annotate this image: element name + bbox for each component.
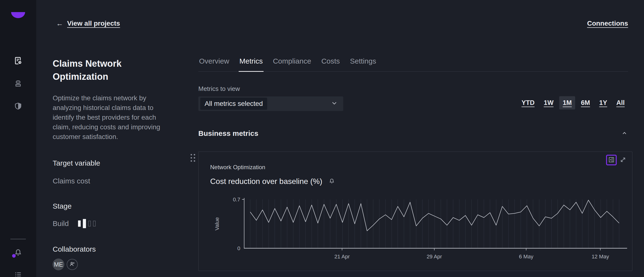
content: Claims Network Optimization Optimize the… xyxy=(53,57,628,271)
chart-card-subtitle: Network Optimization xyxy=(210,164,632,171)
hourglass-logo[interactable] xyxy=(11,12,25,26)
chart-card-actions xyxy=(606,155,626,165)
sidebar-item-list[interactable] xyxy=(14,271,22,277)
stage-row: Build xyxy=(53,219,166,228)
chart-card-row: Network Optimization Cost reduction over… xyxy=(198,152,628,271)
sidebar-item-projects[interactable] xyxy=(14,57,22,65)
sidebar-item-agents[interactable] xyxy=(14,79,22,88)
tab-compliance[interactable]: Compliance xyxy=(272,57,312,71)
stage-bar-1 xyxy=(78,220,81,227)
open-side-panel-icon xyxy=(608,157,614,164)
stage-value: Build xyxy=(53,219,69,228)
stage-bar-2 xyxy=(83,219,86,228)
sidebar-nav xyxy=(14,57,22,111)
list-icon xyxy=(14,271,22,277)
metric-chart-svg: 0.70Value21 Apr29 Apr6 May12 May xyxy=(198,190,632,265)
target-variable-value: Claims cost xyxy=(53,177,166,185)
person-plus-icon xyxy=(69,261,75,268)
tab-costs[interactable]: Costs xyxy=(320,57,340,71)
chevron-down-icon xyxy=(331,100,338,108)
drag-grip-dots[interactable] xyxy=(190,154,195,162)
main-area: ← View all projects Connections Claims N… xyxy=(36,0,644,277)
svg-text:29 Apr: 29 Apr xyxy=(426,253,442,259)
chart-card: Network Optimization Cost reduction over… xyxy=(198,152,632,271)
project-doc-clock-icon xyxy=(14,56,22,66)
svg-text:12 May: 12 May xyxy=(592,253,609,259)
metrics-dropdown[interactable]: All metrics selected xyxy=(198,96,343,111)
collaborators-row: ME xyxy=(53,259,166,270)
svg-text:Value: Value xyxy=(214,217,220,231)
project-description: Optimize the claims network by analyzing… xyxy=(53,93,166,142)
svg-text:6 May: 6 May xyxy=(519,253,533,259)
expand-chart-button[interactable] xyxy=(620,156,626,164)
stage-bar-4 xyxy=(93,221,96,226)
back-link-label: View all projects xyxy=(67,20,120,27)
metric-select-group: Metrics to view All metrics selected xyxy=(198,85,343,111)
topbar: ← View all projects Connections xyxy=(53,18,628,29)
app-root: ← View all projects Connections Claims N… xyxy=(0,0,644,277)
tab-metrics[interactable]: Metrics xyxy=(239,57,264,71)
time-range-1m[interactable]: 1M xyxy=(559,96,575,110)
chart-card-title: Cost reduction over baseline (%) xyxy=(210,177,322,186)
time-range-group: YTD1W1M6M1YAll xyxy=(518,96,628,110)
stage-progress xyxy=(78,219,96,228)
avatar[interactable]: ME xyxy=(53,259,64,270)
sidebar xyxy=(0,0,36,277)
sidebar-item-security[interactable] xyxy=(14,102,22,111)
svg-text:0.7: 0.7 xyxy=(233,196,240,202)
time-range-6m[interactable]: 6M xyxy=(578,96,594,110)
time-range-1y[interactable]: 1Y xyxy=(596,96,610,110)
target-variable-label: Target variable xyxy=(53,159,166,167)
project-panel: Claims Network Optimization Optimize the… xyxy=(53,57,166,271)
open-side-panel-button[interactable] xyxy=(606,155,617,165)
back-to-projects-link[interactable]: ← View all projects xyxy=(56,19,120,28)
collaborators-label: Collaborators xyxy=(53,245,166,253)
svg-text:21 Apr: 21 Apr xyxy=(334,253,350,259)
time-range-ytd[interactable]: YTD xyxy=(518,96,538,110)
metrics-panel: OverviewMetricsComplianceCostsSettings M… xyxy=(198,57,628,271)
controls-row: Metrics to view All metrics selected YTD… xyxy=(198,85,628,111)
business-metrics-title: Business metrics xyxy=(198,129,258,138)
notification-dot xyxy=(12,254,16,258)
add-collaborator-button[interactable] xyxy=(67,259,78,270)
business-metrics-header: Business metrics xyxy=(198,129,628,138)
tab-settings[interactable]: Settings xyxy=(349,57,377,71)
tabs: OverviewMetricsComplianceCostsSettings xyxy=(198,57,628,72)
time-range-all[interactable]: All xyxy=(613,96,628,110)
tab-overview[interactable]: Overview xyxy=(198,57,230,71)
bell-icon xyxy=(328,178,335,185)
stage-label: Stage xyxy=(53,202,166,210)
metrics-dropdown-value: All metrics selected xyxy=(200,98,267,110)
chevron-up-icon xyxy=(621,130,628,138)
sidebar-divider xyxy=(10,239,26,239)
back-arrow-icon: ← xyxy=(56,19,63,28)
hourglass-logo-icon xyxy=(11,12,25,26)
robot-agent-icon xyxy=(14,79,22,88)
metrics-to-view-label: Metrics to view xyxy=(198,85,343,93)
sidebar-bottom xyxy=(0,239,36,277)
connections-link[interactable]: Connections xyxy=(587,20,628,27)
diagonal-expand-icon xyxy=(620,156,626,164)
svg-text:0: 0 xyxy=(238,245,240,251)
collapse-section-button[interactable] xyxy=(621,130,628,138)
metric-alert-button[interactable] xyxy=(328,178,335,185)
project-title: Claims Network Optimization xyxy=(53,57,166,83)
shield-icon xyxy=(14,102,22,111)
time-range-1w[interactable]: 1W xyxy=(540,96,557,110)
stage-bar-3 xyxy=(88,221,91,226)
